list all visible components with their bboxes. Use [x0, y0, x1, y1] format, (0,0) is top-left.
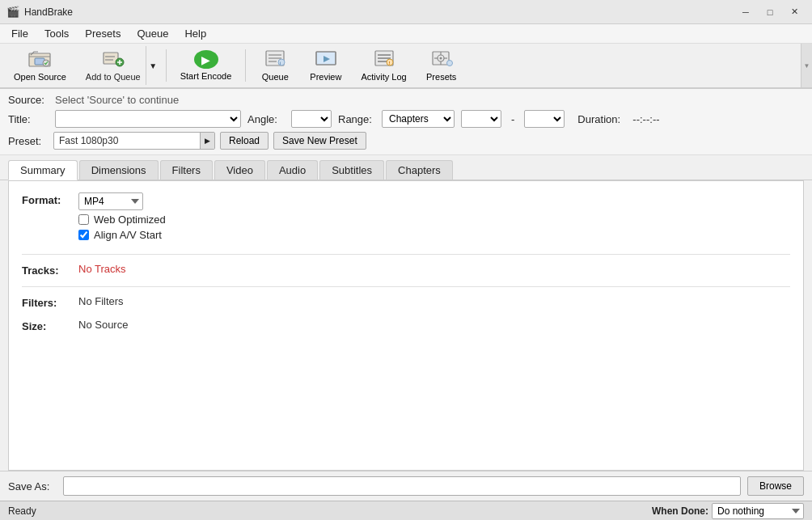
filters-label: Filters: [22, 295, 70, 309]
duration-value: --:--:-- [632, 113, 659, 125]
menu-file[interactable]: File [3, 25, 36, 42]
tabs-area: Summary Dimensions Filters Video Audio S… [0, 155, 812, 180]
start-encode-icon: ▶ [194, 50, 218, 69]
add-queue-icon [102, 49, 125, 70]
divider-1 [22, 254, 790, 255]
preset-dropdown-button[interactable]: ▶ [200, 133, 214, 149]
open-source-label: Open Source [14, 72, 66, 82]
app-icon: 🎬 [6, 6, 19, 19]
range-start-select[interactable] [461, 110, 501, 128]
when-done-select[interactable]: Do nothing Shutdown Suspend Hibernate Lo… [712, 503, 804, 519]
add-queue-dropdown-arrow[interactable]: ▼ [146, 46, 160, 85]
format-dropdown: MP4 MKV WebM [78, 192, 166, 210]
source-row: Source: Select 'Source' to continue [8, 94, 804, 106]
app-title: HandBrake [24, 6, 734, 18]
minimize-button[interactable]: ─ [734, 3, 757, 21]
queue-icon: i [264, 49, 286, 70]
web-optimized-row: Web Optimized [78, 213, 166, 226]
menu-queue[interactable]: Queue [129, 25, 176, 42]
range-select[interactable]: Chapters [382, 110, 455, 128]
browse-button[interactable]: Browse [747, 476, 804, 496]
tab-summary[interactable]: Summary [8, 160, 78, 180]
format-controls: MP4 MKV WebM Web Optimized Align A/V Sta… [78, 192, 166, 244]
duration-label: Duration: [577, 113, 626, 125]
tracks-section: Tracks: No Tracks [22, 263, 790, 277]
svg-text:!: ! [388, 61, 390, 66]
tab-subtitles[interactable]: Subtitles [319, 160, 384, 180]
size-section: Size: No Source [22, 319, 790, 332]
toolbar: Open Source Add to Queue ▼ ▶ Start Encod… [0, 44, 812, 89]
format-select[interactable]: MP4 MKV WebM [78, 192, 143, 210]
filters-value: No Filters [78, 295, 124, 307]
tab-filters[interactable]: Filters [160, 160, 213, 180]
title-label: Title: [8, 113, 49, 125]
web-optimized-checkbox[interactable] [78, 214, 89, 225]
start-encode-label: Start Encode [180, 71, 232, 81]
presets-toolbar-label: Presets [426, 72, 456, 82]
activity-log-button[interactable]: ! Activity Log [352, 46, 415, 85]
add-queue-label: Add to Queue [86, 72, 141, 82]
reload-button[interactable]: Reload [220, 132, 269, 150]
range-separator: - [508, 113, 518, 125]
preview-icon [315, 49, 337, 70]
source-label: Source: [8, 94, 49, 106]
svg-point-26 [439, 57, 442, 60]
angle-select[interactable] [291, 110, 332, 128]
menu-bar: File Tools Presets Queue Help [0, 24, 812, 44]
web-optimized-label: Web Optimized [94, 213, 166, 226]
range-end-select[interactable] [524, 110, 565, 128]
when-done-label: When Done: [652, 505, 708, 517]
close-button[interactable]: ✕ [783, 3, 806, 21]
toolbar-separator-1 [166, 49, 167, 82]
preset-value: Fast 1080p30 [54, 135, 200, 146]
title-bar: 🎬 HandBrake ─ □ ✕ [0, 0, 812, 24]
activity-log-label: Activity Log [361, 72, 406, 82]
when-done-area: When Done: Do nothing Shutdown Suspend H… [652, 503, 804, 519]
status-bar: Ready When Done: Do nothing Shutdown Sus… [0, 501, 812, 520]
range-label: Range: [338, 113, 375, 125]
size-value: No Source [78, 319, 128, 331]
save-new-preset-button[interactable]: Save New Preset [273, 132, 366, 150]
align-av-checkbox[interactable] [78, 230, 89, 240]
open-source-icon [28, 49, 51, 70]
add-to-queue-button[interactable]: Add to Queue ▼ [77, 46, 161, 85]
toolbar-separator-2 [245, 49, 246, 82]
toolbar-scroll-indicator: ▼ [801, 44, 812, 87]
menu-presets[interactable]: Presets [77, 25, 129, 42]
tab-audio[interactable]: Audio [267, 160, 318, 180]
tab-dimensions[interactable]: Dimensions [79, 160, 159, 180]
align-av-row: Align A/V Start [78, 229, 166, 241]
align-av-label: Align A/V Start [94, 229, 162, 241]
queue-button[interactable]: i Queue [251, 46, 299, 85]
preview-label: Preview [310, 72, 341, 82]
open-source-button[interactable]: Open Source [5, 46, 75, 85]
maximize-button[interactable]: □ [759, 3, 781, 21]
divider-2 [22, 286, 790, 287]
tab-chapters[interactable]: Chapters [386, 160, 453, 180]
menu-tools[interactable]: Tools [36, 25, 77, 42]
menu-help[interactable]: Help [176, 25, 214, 42]
tracks-value: No Tracks [78, 263, 126, 275]
save-as-input[interactable] [63, 476, 741, 496]
tab-video[interactable]: Video [214, 160, 265, 180]
queue-label: Queue [262, 72, 289, 82]
filters-section: Filters: No Filters [22, 295, 790, 309]
save-as-label: Save As: [8, 480, 57, 493]
bottom-area: Save As: Browse [0, 471, 812, 501]
presets-toolbar-button[interactable]: Presets [417, 46, 466, 85]
format-label: Format: [22, 192, 70, 206]
settings-area: Source: Select 'Source' to continue Titl… [0, 89, 812, 155]
tracks-label: Tracks: [22, 263, 70, 277]
preset-input-wrap: Fast 1080p30 ▶ [53, 132, 215, 150]
format-section: Format: MP4 MKV WebM Web Optimized Align… [22, 192, 790, 244]
add-queue-main: Add to Queue [78, 46, 146, 85]
size-label: Size: [22, 319, 70, 332]
svg-text:i: i [280, 61, 281, 66]
angle-label: Angle: [247, 113, 285, 125]
preview-button[interactable]: Preview [301, 46, 350, 85]
status-text: Ready [8, 505, 652, 517]
title-select[interactable] [55, 110, 241, 128]
preset-label: Preset: [8, 135, 49, 147]
start-encode-button[interactable]: ▶ Start Encode [171, 46, 241, 85]
window-controls: ─ □ ✕ [734, 3, 806, 21]
